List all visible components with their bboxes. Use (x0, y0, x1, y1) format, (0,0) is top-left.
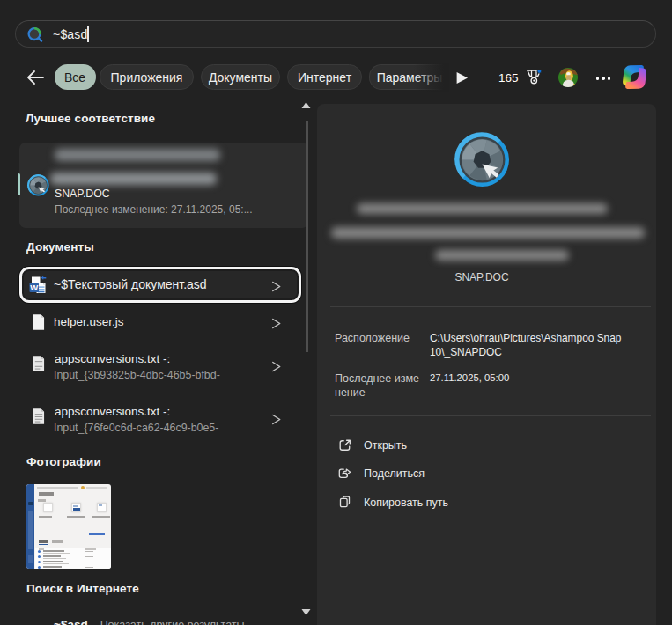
svg-text:W: W (30, 283, 38, 292)
